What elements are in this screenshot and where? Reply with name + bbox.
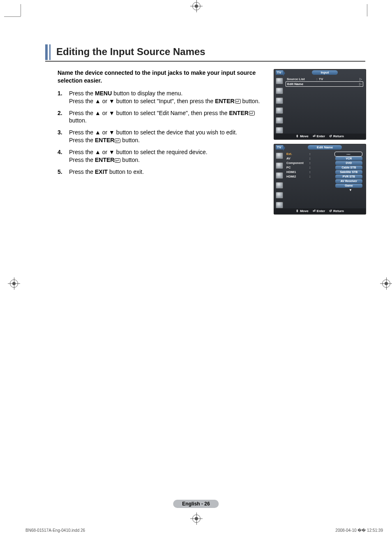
osd-sidebar-icons — [274, 150, 285, 208]
option-pill: DVD — [335, 161, 362, 165]
manual-page: Editing the Input Source Names Name the … — [0, 0, 392, 540]
step-item: Press the EXIT button to exit. — [58, 168, 268, 176]
option-pill: PVR STB — [335, 175, 362, 179]
indd-filename: BN68-01517A-Eng-0410.indd 26 — [25, 528, 85, 533]
updown-icon: ⇕ — [296, 134, 299, 138]
section-heading-row: Editing the Input Source Names — [45, 44, 365, 62]
return-icon: ↺ — [329, 134, 332, 138]
osd-input-menu: TV Input — [274, 69, 366, 140]
heading-accent-bar — [49, 44, 51, 60]
return-icon: ↺ — [329, 209, 332, 213]
osd-title: Edit Name — [308, 145, 342, 150]
prepress-footer: BN68-01517A-Eng-0410.indd 26 2008-04-10 … — [25, 528, 383, 533]
crop-mark — [21, 4, 21, 16]
osd-row-source-list: Source List : TV ▷ — [286, 77, 363, 81]
enter-icon — [249, 111, 255, 115]
registration-mark-icon — [382, 279, 390, 288]
crop-mark — [367, 4, 367, 16]
enter-icon — [115, 138, 120, 143]
edit-row: AV: VCR — [286, 156, 363, 161]
edit-row: HDMI2: PVR STB — [286, 174, 363, 179]
osd-category-icon — [276, 97, 283, 104]
enter-icon: ⏎ — [313, 134, 316, 138]
edit-row: Game — [286, 183, 363, 188]
osd-category-icon — [276, 127, 283, 134]
enter-icon: ⏎ — [313, 209, 316, 213]
page-footer-label: English - 26 — [173, 500, 219, 508]
enter-icon — [115, 158, 120, 163]
osd-sidebar-icons — [274, 75, 285, 134]
triangle-right-icon: ▷ — [358, 77, 362, 81]
intro-text: Name the device connected to the input j… — [58, 69, 268, 85]
more-down-icon: ▼ — [338, 188, 363, 192]
step-item: Press the ▲ or ▼ button to select the de… — [58, 129, 268, 144]
option-pill: Satellite STB — [335, 170, 362, 174]
osd-footer-hints: ⇕Move ⏎Enter ↺Return — [274, 208, 366, 214]
osd-category-icon — [276, 152, 283, 159]
registration-mark-icon — [192, 2, 201, 10]
osd-category-icon — [276, 172, 283, 179]
enter-icon — [235, 99, 241, 104]
triangle-right-icon: ▷ — [357, 82, 362, 86]
osd-tv-badge: TV — [276, 70, 283, 75]
osd-footer-hints: ⇕Move ⏎Enter ↺Return — [274, 134, 366, 139]
updown-icon: ⇕ — [296, 209, 299, 213]
osd-category-icon — [276, 202, 283, 208]
step-item: Press the MENU button to display the men… — [58, 90, 268, 105]
step-item: Press the ▲ or ▼ button to select "Edit … — [58, 109, 268, 125]
option-pill: ---- — [334, 152, 362, 157]
option-pill: AV Receiver — [335, 179, 362, 183]
osd-category-icon — [276, 162, 283, 169]
option-pill: Cable STB — [335, 166, 362, 170]
osd-category-icon — [276, 182, 283, 189]
edit-row: Ext.: ---- — [286, 152, 363, 156]
osd-column: TV Input — [274, 69, 365, 219]
registration-mark-icon — [10, 279, 18, 288]
osd-category-icon — [276, 107, 283, 114]
heading-accent-bar — [45, 44, 48, 60]
osd-category-icon — [276, 192, 283, 198]
osd-category-icon — [276, 78, 283, 84]
osd-category-icon — [276, 117, 283, 124]
edit-row: PC: Cable STB — [286, 165, 363, 170]
osd-category-icon — [276, 88, 283, 94]
crop-mark — [4, 16, 21, 17]
step-item: Press the ▲ or ▼ button to select the re… — [58, 148, 268, 164]
option-pill: Game — [335, 184, 362, 188]
edit-row: AV Receiver — [286, 179, 363, 183]
section-title: Editing the Input Source Names — [56, 44, 205, 60]
option-pill: VCR — [335, 157, 362, 161]
edit-row: HDMI1: Satellite STB — [286, 170, 363, 174]
registration-mark-icon — [192, 515, 201, 523]
osd-row-edit-name: Edit Name ▷ — [286, 81, 363, 87]
instructions-column: Name the device connected to the input j… — [45, 69, 274, 219]
osd-edit-name-menu: TV Edit Name — [274, 144, 366, 215]
osd-tv-badge: TV — [276, 145, 283, 150]
indd-timestamp: 2008-04-10 �� 12:51:39 — [335, 528, 383, 533]
osd-title: Input — [312, 70, 338, 75]
edit-row: Component: DVD — [286, 161, 363, 165]
steps-list: Press the MENU button to display the men… — [58, 90, 268, 176]
